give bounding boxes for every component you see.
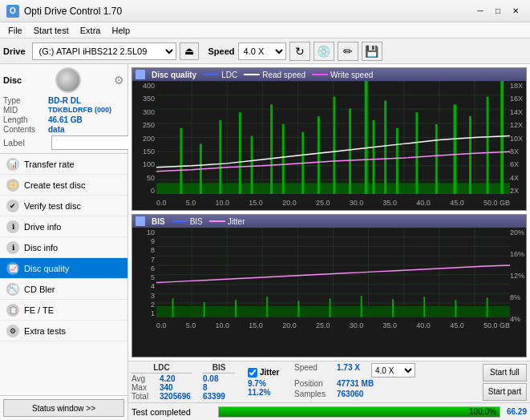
nav-disc-quality[interactable]: 📈 Disc quality [0,258,127,279]
chart2-title: BIS [152,217,165,226]
speed-select[interactable]: 4.0 X [238,42,286,60]
svg-rect-28 [334,97,336,195]
svg-rect-67 [392,299,394,317]
disc-info-header: Disc ⚙ [3,67,124,93]
ldc-avg-label: Avg [131,374,157,383]
nav-disc-quality-label: Disc quality [24,264,69,273]
nav-create-test-disc[interactable]: 📀 Create test disc [0,175,127,196]
legend-read-speed-label: Read speed [262,71,305,79]
speed-badge: 66.29 [507,407,527,416]
nav-transfer-rate[interactable]: 📊 Transfer rate [0,154,127,175]
burn-icon-button[interactable]: 💿 [314,42,334,61]
svg-rect-66 [361,296,362,317]
svg-rect-32 [384,100,386,194]
nav-drive-info-label: Drive info [24,222,61,232]
nav-fe-te[interactable]: 📋 FE / TE [0,300,127,321]
nav-verify-test-disc[interactable]: ✔ Verify test disc [0,196,127,216]
svg-rect-25 [282,124,285,194]
speed-select-stats[interactable]: 4.0 X [371,363,415,378]
status-window-button[interactable]: Status window >> [3,399,124,417]
chart1-title: Disc quality [152,71,196,79]
speed-row: Speed 1.73 X 4.0 X [294,363,415,378]
nav-extra-tests-label: Extra tests [24,326,66,336]
menubar: File Start test Extra Help [0,22,530,38]
disc-icon [55,67,81,93]
chart2-title-bar: BIS BIS Jitter [132,215,526,228]
fe-te-icon: 📋 [6,304,19,317]
minimize-button[interactable]: ─ [472,4,488,18]
svg-rect-31 [373,120,375,194]
svg-rect-39 [500,81,504,194]
transfer-rate-icon: 📊 [6,158,19,171]
chart1-y-axis-left: 400 350 300 250 200 150 100 50 0 [132,81,156,196]
nav-disc-info[interactable]: ℹ Disc info [0,237,127,258]
chart1-icon [136,70,145,79]
refresh-icon-button[interactable]: ↻ [289,42,310,61]
ldc-avg-row: Avg 4.20 [131,374,192,383]
bis-stats-group: BIS 0.08 8 63399 [203,363,235,401]
start-part-button[interactable]: Start part [483,383,527,401]
menu-help[interactable]: Help [107,25,135,36]
bis-jitter-chart: BIS BIS Jitter 10 9 8 [131,214,527,357]
chart1-svg [156,81,510,194]
disc-mid-row: MID TDKBLDRFB (000) [3,106,124,115]
ldc-avg-value: 4.20 [160,374,192,383]
disc-settings-icon: ⚙ [114,74,124,87]
nav-verify-test-disc-label: Verify test disc [24,201,81,211]
disc-label-row: Label 🔍 [3,135,124,150]
disc-mid-value: TDKBLDRFB (000) [48,106,111,115]
drive-info-icon: ℹ [6,220,19,233]
svg-rect-60 [172,298,174,317]
disc-contents-row: Contents data [3,125,124,134]
speed-stat-value: 1.73 X [337,363,369,378]
maximize-button[interactable]: □ [490,4,506,18]
eject-button[interactable]: ⏏ [180,42,199,60]
disc-quality-icon: 📈 [6,262,19,275]
start-full-button[interactable]: Start full [483,364,527,382]
legend-bis-label: BIS [190,217,203,226]
svg-rect-64 [297,301,299,317]
svg-rect-61 [204,302,205,317]
svg-rect-22 [239,112,241,194]
charts-area: Disc quality LDC Read speed Write speed [128,64,530,361]
disc-contents-label: Contents [3,125,48,134]
progress-bar: 100.0% [218,406,500,418]
cd-bler-icon: 📉 [6,283,19,296]
jitter-checkbox[interactable] [248,368,257,378]
menu-extra[interactable]: Extra [75,25,106,36]
close-button[interactable]: ✕ [508,4,524,18]
right-content: Disc quality LDC Read speed Write speed [128,64,530,420]
jitter-max-value: 11.2% [248,388,280,397]
progress-bar-fill [219,407,500,417]
bis-header: BIS [203,363,235,374]
position-row: Position 47731 MB [294,379,415,388]
legend-jitter: Jitter [209,217,245,226]
bis-total-value: 63399 [203,392,235,401]
ldc-total-row: Total 3205696 [131,392,192,401]
ldc-max-label: Max [131,383,157,392]
create-test-disc-icon: 📀 [6,179,19,192]
nav-drive-info[interactable]: ℹ Drive info [0,216,127,237]
disc-info-panel: Disc ⚙ Type BD-R DL MID TDKBLDRFB (000) … [0,64,127,154]
samples-row: Samples 763060 [294,390,415,398]
ldc-total-value: 3205696 [160,392,192,401]
menu-file[interactable]: File [3,25,27,36]
chart2-svg [156,228,510,317]
status-bar-nav: Status window >> [0,395,127,420]
disc-mid-label: MID [3,106,48,115]
menu-start-test[interactable]: Start test [29,25,74,36]
bottom-status-bar: Test completed 100.0% 66.29 [128,402,530,420]
svg-rect-29 [349,108,351,194]
svg-rect-38 [487,97,489,195]
svg-rect-68 [423,297,425,317]
app-title: Opti Drive Control 1.70 [24,6,122,17]
edit-icon-button[interactable]: ✏ [338,42,358,61]
jitter-checkbox-row: Jitter [248,368,280,378]
save-icon-button[interactable]: 💾 [362,42,382,61]
status-text: Test completed [131,407,212,417]
nav-cd-bler[interactable]: 📉 CD Bler [0,279,127,300]
disc-quality-chart: Disc quality LDC Read speed Write speed [131,67,527,211]
speed-pos-group: Speed 1.73 X 4.0 X Position 47731 MB Sam… [294,363,415,401]
drive-select[interactable]: (G:) ATAPI iHBS212 2.5L09 [32,42,176,60]
nav-extra-tests[interactable]: ⚙ Extra tests [0,321,127,341]
